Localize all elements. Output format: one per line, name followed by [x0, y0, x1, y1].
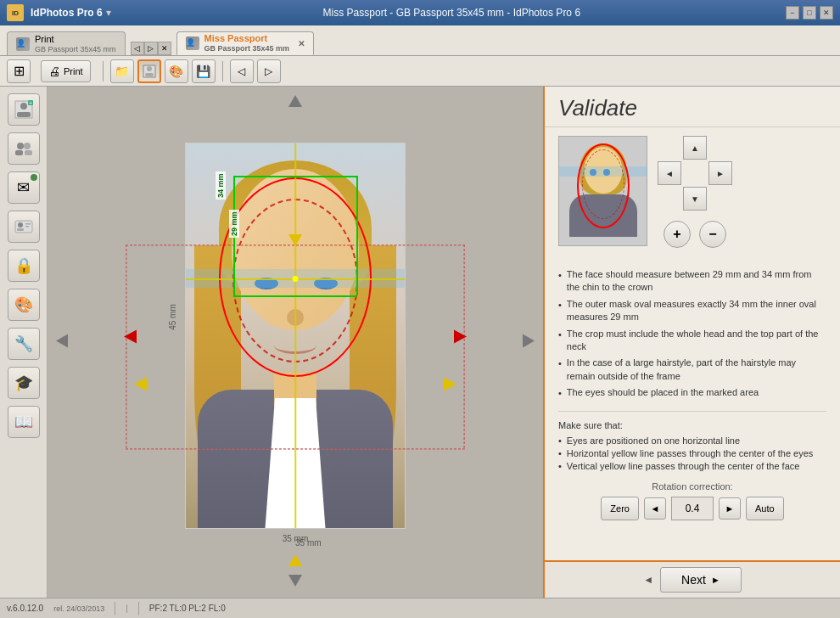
svg-point-9 [24, 143, 31, 149]
dim-34mm: 34 mm [216, 171, 226, 199]
nav-left-btn[interactable]: ◄ [658, 161, 681, 185]
rot-right-btn[interactable]: ► [719, 497, 741, 520]
sidebar-btn-add-photo[interactable]: + [8, 93, 40, 126]
svg-marker-25 [134, 378, 147, 391]
validate-header: Validate [545, 87, 840, 127]
next-label: Next [681, 573, 706, 587]
tab-bar: 👤 Print GB Passport 35x45 mm ◁ ▷ ✕ 👤 Mis… [0, 25, 840, 56]
sidebar-btn-lock[interactable]: 🔒 [8, 250, 40, 282]
divider [558, 411, 826, 412]
svg-marker-22 [454, 330, 467, 344]
nav-up-btn[interactable]: ▲ [683, 136, 707, 160]
rot-left-btn[interactable]: ◄ [644, 497, 666, 520]
status-pf-info: PF:2 TL:0 PL:2 FL:0 [149, 604, 226, 613]
toolbar-sep-2 [222, 61, 223, 81]
release-date: rel. 24/03/2013 [53, 604, 104, 613]
bullet-4: In the case of a large hairstyle, part o… [558, 357, 826, 383]
tab-print[interactable]: 👤 Print GB Passport 35x45 mm [7, 31, 126, 55]
svg-rect-15 [25, 223, 31, 225]
bullet-3: The crop must include the whole head and… [558, 328, 826, 354]
print-label: Print [64, 66, 83, 76]
bullet-1: The face should measure between 29 mm an… [558, 268, 826, 295]
rotation-controls: Zero ◄ 0.4 ► Auto [558, 497, 826, 520]
rot-value: 0.4 [671, 497, 714, 520]
open-folder-btn[interactable]: 📁 [110, 59, 134, 83]
title-bar: ID IdPhotos Pro 6 ▾ Miss Passport - GB P… [0, 0, 840, 25]
svg-rect-10 [15, 150, 23, 155]
right-crop-handle[interactable] [453, 329, 467, 348]
zoom-out-btn[interactable]: − [699, 221, 726, 248]
svg-rect-16 [25, 226, 29, 228]
zero-btn[interactable]: Zero [601, 497, 639, 520]
add-btn[interactable]: ⊞ [7, 59, 31, 83]
nav-arrows-section: ▲ ◄ ► ▼ + − [658, 136, 732, 258]
sidebar-btn-graduation[interactable]: 🎓 [8, 367, 40, 399]
tab-active-close[interactable]: ✕ [298, 39, 305, 48]
sidebar-btn-mail[interactable]: ✉ [8, 171, 40, 204]
tab-prev-btn[interactable]: ◁ [131, 42, 144, 55]
right-panel: Validate [543, 87, 840, 598]
next-btn[interactable]: Next ► [660, 567, 742, 593]
canvas-bottom-arrow[interactable] [287, 573, 304, 589]
canvas-top-arrow[interactable] [287, 95, 304, 111]
next-arrow-icon: ► [711, 575, 720, 585]
next-area: ◄ Next ► [545, 560, 840, 598]
svg-text:+: + [29, 100, 32, 106]
nav-arrows-grid: ▲ ◄ ► ▼ [658, 136, 732, 211]
bullet-5: The eyes should be placed in the marked … [558, 386, 826, 400]
auto-btn[interactable]: Auto [746, 497, 784, 520]
mail-badge [31, 174, 37, 181]
tab-print-label: Print [35, 34, 116, 45]
preview-area: ▲ ◄ ► ▼ + − [558, 136, 826, 258]
rotation-section: Rotation correction: Zero ◄ 0.4 ► Auto [558, 481, 826, 520]
top-yellow-handle[interactable] [287, 234, 304, 249]
main-layout: + ✉ 🔒 🎨 [0, 87, 840, 598]
sidebar-btn-color[interactable]: 🎨 [8, 289, 40, 321]
tab-next-btn[interactable]: ▷ [144, 42, 158, 55]
version-label: v.6.0.12.0 [7, 604, 43, 613]
prev-arrow-icon[interactable]: ◄ [643, 574, 653, 586]
tab-miss-passport[interactable]: 👤 Miss Passport GB Passport 35x45 mm ✕ [176, 31, 315, 55]
id-photo-btn[interactable] [137, 59, 161, 83]
svg-point-13 [18, 222, 23, 228]
maximize-btn[interactable]: □ [803, 6, 816, 20]
tab-print-icon: 👤 [16, 37, 30, 51]
nav-down-btn[interactable]: ▼ [683, 187, 707, 211]
svg-point-1 [147, 66, 152, 71]
tab-miss-passport-icon: 👤 [186, 37, 199, 50]
left-yellow-handle[interactable] [134, 376, 148, 396]
right-yellow-handle[interactable] [443, 376, 456, 396]
make-sure-2: Horizontal yellow line passes through th… [558, 448, 826, 458]
tab-close-btn[interactable]: ✕ [158, 42, 171, 55]
make-sure-title: Make sure that: [558, 420, 826, 430]
photo-document: 34 mm 29 mm 45 mm 35 mm [185, 143, 406, 529]
sidebar-btn-tools[interactable]: 🔧 [8, 328, 40, 360]
toolbar: ⊞ 🖨 Print 📁 🎨 💾 ◁ ▷ [0, 56, 840, 87]
bottom-yellow-handle[interactable] [287, 554, 304, 569]
sidebar-btn-group[interactable] [8, 132, 40, 165]
sidebar-btn-book[interactable]: 📖 [8, 406, 40, 438]
canvas-left-arrow[interactable] [56, 333, 70, 352]
sidebar-btn-id[interactable] [8, 211, 40, 243]
left-crop-handle[interactable] [124, 329, 137, 348]
svg-marker-20 [523, 334, 535, 348]
svg-marker-17 [288, 95, 302, 107]
back-btn[interactable]: ◁ [230, 59, 254, 83]
canvas-area: 34 mm 29 mm 45 mm 35 mm 45 mm 35 mm [48, 87, 543, 598]
forward-btn[interactable]: ▷ [257, 59, 281, 83]
tab-print-subtitle: GB Passport 35x45 mm [35, 45, 116, 54]
close-btn[interactable]: ✕ [820, 6, 833, 20]
minimize-btn[interactable]: − [786, 6, 799, 20]
title-bar-dropdown[interactable]: ▾ [106, 7, 111, 19]
zoom-in-btn[interactable]: + [664, 221, 691, 248]
rotation-label: Rotation correction: [558, 481, 826, 492]
make-sure-1: Eyes are positioned on one horizontal li… [558, 435, 826, 446]
window-title: Miss Passport - GB Passport 35x45 mm - I… [118, 7, 786, 19]
nav-right-btn[interactable]: ► [708, 161, 732, 185]
print-btn[interactable]: 🖨 Print [41, 60, 91, 82]
canvas-right-arrow[interactable] [521, 333, 535, 352]
color-adjust-btn[interactable]: 🎨 [165, 59, 188, 83]
svg-marker-24 [288, 554, 302, 566]
save-btn[interactable]: 💾 [192, 59, 216, 83]
app-name: IdPhotos Pro 6 [31, 7, 103, 19]
